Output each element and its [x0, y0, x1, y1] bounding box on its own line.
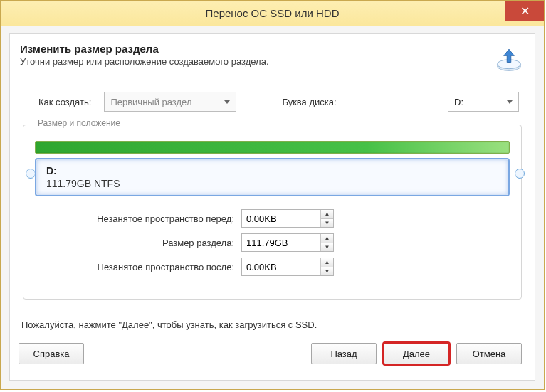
- page-title: Изменить размер раздела: [20, 43, 269, 55]
- unallocated-before-input[interactable]: [242, 210, 320, 227]
- spinner-up-icon[interactable]: ▲: [321, 210, 333, 219]
- unallocated-after-row: Незанятое пространство после: ▲ ▼: [35, 258, 510, 276]
- help-button[interactable]: Справка: [19, 343, 84, 364]
- page-subtitle: Уточни размер или расположение создаваем…: [20, 56, 269, 67]
- unallocated-after-spinner[interactable]: ▲ ▼: [241, 258, 334, 276]
- create-mode-select[interactable]: Первичный раздел: [104, 92, 236, 112]
- titlebar: Перенос ОС SSD или HDD ✕: [1, 1, 544, 26]
- spinner-down-icon[interactable]: ▼: [321, 267, 333, 276]
- spinner-up-icon[interactable]: ▲: [321, 234, 333, 243]
- unallocated-before-row: Незанятое пространство перед: ▲ ▼: [35, 209, 510, 228]
- unallocated-before-label: Незанятое пространство перед:: [63, 213, 241, 224]
- partition-name: D:: [46, 165, 498, 176]
- partition-size-spinner[interactable]: ▲ ▼: [241, 233, 334, 252]
- partition-size-input[interactable]: [242, 234, 320, 251]
- content-area: Изменить размер раздела Уточни размер ил…: [1, 26, 544, 389]
- close-button[interactable]: ✕: [505, 1, 544, 21]
- close-icon: ✕: [520, 4, 530, 18]
- page-header: Изменить размер раздела Уточни размер ил…: [16, 40, 529, 76]
- fieldset-legend: Размер и положение: [33, 118, 125, 128]
- unallocated-after-input[interactable]: [242, 258, 320, 275]
- hint-text: Пожалуйста, нажмите "Далее", чтобы узнат…: [16, 309, 529, 336]
- wizard-window: Перенос ОС SSD или HDD ✕ Изменить размер…: [0, 0, 545, 390]
- size-position-fieldset: Размер и положение D: 111.79GB NTFS Неза…: [23, 125, 522, 300]
- drive-letter-label: Буква диска:: [282, 97, 336, 107]
- slider-handle-right[interactable]: [515, 169, 525, 179]
- drive-letter-value: D:: [454, 97, 463, 107]
- partition-size-row: Размер раздела: ▲ ▼: [35, 233, 510, 252]
- partition-slider[interactable]: [35, 141, 510, 154]
- spinner-up-icon[interactable]: ▲: [321, 258, 333, 267]
- disk-transfer-icon: [493, 43, 525, 76]
- partition-bar: [35, 141, 510, 154]
- drive-letter-select[interactable]: D:: [448, 92, 519, 112]
- spinner-down-icon[interactable]: ▼: [321, 243, 333, 252]
- create-mode-label: Как создать:: [38, 97, 91, 107]
- footer-buttons: Справка Назад Далее Отмена: [16, 336, 529, 364]
- create-mode-row: Как создать: Первичный раздел Буква диск…: [16, 88, 529, 117]
- unallocated-after-label: Незанятое пространство после:: [63, 262, 241, 272]
- cancel-button[interactable]: Отмена: [456, 343, 522, 364]
- spinner-down-icon[interactable]: ▼: [321, 219, 333, 228]
- partition-info-box[interactable]: D: 111.79GB NTFS: [35, 158, 510, 196]
- wizard-panel: Изменить размер раздела Уточни размер ил…: [9, 33, 535, 381]
- unallocated-before-spinner[interactable]: ▲ ▼: [241, 209, 334, 228]
- slider-handle-left[interactable]: [26, 169, 36, 179]
- header-text: Изменить размер раздела Уточни размер ил…: [20, 43, 269, 67]
- partition-size-text: 111.79GB NTFS: [46, 178, 498, 189]
- partition-size-label: Размер раздела:: [63, 238, 241, 248]
- next-button[interactable]: Далее: [384, 343, 449, 364]
- back-button[interactable]: Назад: [311, 343, 377, 364]
- create-mode-value: Первичный раздел: [110, 97, 191, 107]
- window-title: Перенос ОС SSD или HDD: [206, 7, 340, 19]
